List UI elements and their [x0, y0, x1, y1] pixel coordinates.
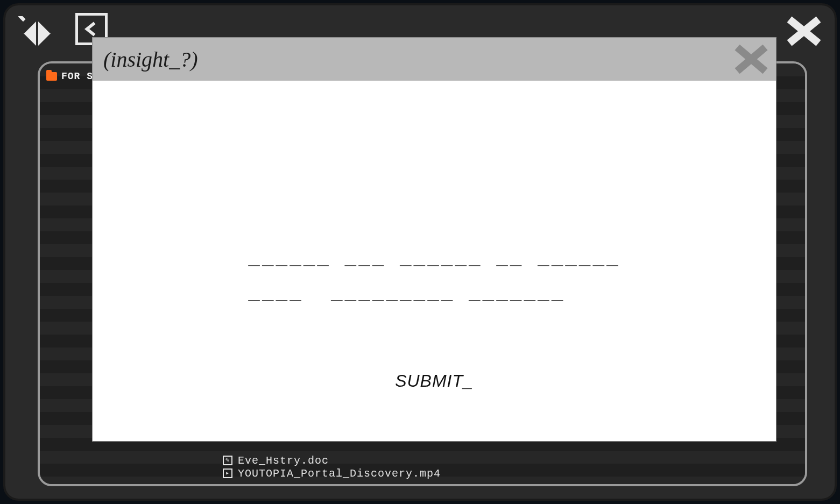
- modal-body: ______ ___ ______ __ ______ ____ _______…: [93, 81, 776, 441]
- puzzle-line-1: ______ ___ ______ __ ______: [248, 248, 620, 270]
- svg-marker-0: [24, 22, 36, 34]
- insight-modal: (insight_?) ______ ___ ______ __ ______ …: [93, 38, 776, 441]
- svg-marker-3: [24, 33, 36, 46]
- video-icon: [223, 468, 232, 478]
- modal-titlebar: (insight_?): [93, 38, 776, 81]
- collapse-icon[interactable]: [18, 16, 56, 48]
- app-window: FOR SOF Eve_Hstry.doc YOUTOPIA_Portal_Di…: [3, 3, 837, 501]
- svg-marker-2: [38, 22, 51, 34]
- puzzle-line-2: ____ _________ _______: [248, 283, 565, 305]
- file-name: YOUTOPIA_Portal_Discovery.mp4: [238, 467, 441, 480]
- svg-rect-1: [18, 16, 26, 22]
- file-row[interactable]: YOUTOPIA_Portal_Discovery.mp4: [223, 467, 441, 480]
- puzzle-input-area[interactable]: ______ ___ ______ __ ______ ____ _______…: [248, 242, 620, 312]
- submit-button[interactable]: SUBMIT_: [395, 371, 474, 391]
- file-list: Eve_Hstry.doc YOUTOPIA_Portal_Discovery.…: [223, 454, 441, 480]
- document-icon: [223, 456, 232, 465]
- folder-icon: [46, 72, 57, 81]
- modal-title: (insight_?): [103, 47, 198, 72]
- svg-marker-4: [38, 33, 51, 46]
- file-row[interactable]: Eve_Hstry.doc: [223, 454, 441, 467]
- modal-close-button[interactable]: [734, 44, 768, 74]
- outer-close-button[interactable]: [785, 15, 823, 47]
- file-name: Eve_Hstry.doc: [238, 455, 329, 467]
